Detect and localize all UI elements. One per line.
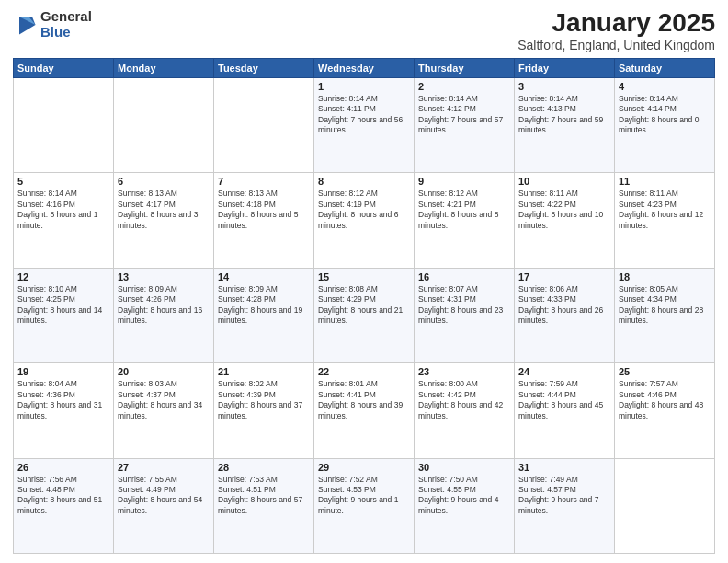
day-number: 1	[318, 81, 410, 92]
weekday-header-row: SundayMondayTuesdayWednesdayThursdayFrid…	[14, 58, 715, 77]
day-number: 22	[318, 366, 410, 377]
day-info: Sunrise: 7:49 AM Sunset: 4:57 PM Dayligh…	[518, 475, 610, 517]
day-cell: 8Sunrise: 8:12 AM Sunset: 4:19 PM Daylig…	[314, 173, 415, 268]
day-info: Sunrise: 8:14 AM Sunset: 4:12 PM Dayligh…	[418, 94, 510, 136]
calendar-body: 1Sunrise: 8:14 AM Sunset: 4:11 PM Daylig…	[14, 77, 715, 553]
day-number: 7	[218, 176, 310, 187]
day-cell: 17Sunrise: 8:06 AM Sunset: 4:33 PM Dayli…	[515, 268, 615, 362]
calendar-table: SundayMondayTuesdayWednesdayThursdayFrid…	[13, 58, 715, 554]
day-number: 3	[518, 81, 610, 92]
header: General Blue January 2025 Saltford, Engl…	[13, 9, 715, 52]
day-number: 11	[619, 176, 711, 187]
day-number: 5	[17, 176, 109, 187]
day-info: Sunrise: 8:14 AM Sunset: 4:14 PM Dayligh…	[619, 94, 711, 136]
day-info: Sunrise: 7:52 AM Sunset: 4:53 PM Dayligh…	[318, 475, 410, 517]
logo: General Blue	[13, 9, 92, 40]
logo-icon	[13, 12, 39, 38]
day-number: 25	[619, 366, 711, 377]
day-cell: 14Sunrise: 8:09 AM Sunset: 4:28 PM Dayli…	[214, 268, 314, 362]
day-info: Sunrise: 8:00 AM Sunset: 4:42 PM Dayligh…	[418, 379, 510, 421]
logo-general-text: General	[40, 9, 92, 25]
day-info: Sunrise: 8:09 AM Sunset: 4:26 PM Dayligh…	[118, 284, 210, 327]
day-number: 2	[418, 81, 510, 92]
weekday-header-friday: Friday	[515, 58, 615, 77]
day-number: 4	[619, 81, 711, 92]
day-cell: 11Sunrise: 8:11 AM Sunset: 4:23 PM Dayli…	[615, 173, 715, 268]
day-info: Sunrise: 8:01 AM Sunset: 4:41 PM Dayligh…	[318, 379, 410, 421]
day-number: 30	[418, 462, 510, 473]
day-cell: 19Sunrise: 8:04 AM Sunset: 4:36 PM Dayli…	[14, 363, 114, 458]
week-row-3: 12Sunrise: 8:10 AM Sunset: 4:25 PM Dayli…	[14, 268, 715, 362]
day-info: Sunrise: 7:55 AM Sunset: 4:49 PM Dayligh…	[118, 475, 210, 517]
day-cell: 26Sunrise: 7:56 AM Sunset: 4:48 PM Dayli…	[14, 458, 114, 553]
day-cell: 6Sunrise: 8:13 AM Sunset: 4:17 PM Daylig…	[114, 173, 214, 268]
day-cell: 4Sunrise: 8:14 AM Sunset: 4:14 PM Daylig…	[615, 77, 715, 172]
logo-blue-text: Blue	[40, 25, 92, 40]
day-cell: 3Sunrise: 8:14 AM Sunset: 4:13 PM Daylig…	[515, 77, 615, 172]
day-number: 19	[17, 366, 109, 377]
day-info: Sunrise: 8:06 AM Sunset: 4:33 PM Dayligh…	[518, 284, 610, 327]
day-info: Sunrise: 8:09 AM Sunset: 4:28 PM Dayligh…	[218, 284, 310, 327]
day-number: 23	[418, 366, 510, 377]
day-cell: 15Sunrise: 8:08 AM Sunset: 4:29 PM Dayli…	[314, 268, 415, 362]
day-info: Sunrise: 7:59 AM Sunset: 4:44 PM Dayligh…	[518, 379, 610, 421]
day-number: 6	[118, 176, 210, 187]
day-info: Sunrise: 8:05 AM Sunset: 4:34 PM Dayligh…	[619, 284, 711, 327]
day-cell: 18Sunrise: 8:05 AM Sunset: 4:34 PM Dayli…	[615, 268, 715, 362]
day-cell	[615, 458, 715, 553]
day-info: Sunrise: 8:14 AM Sunset: 4:13 PM Dayligh…	[518, 94, 610, 136]
day-number: 17	[518, 271, 610, 282]
day-cell: 5Sunrise: 8:14 AM Sunset: 4:16 PM Daylig…	[14, 173, 114, 268]
day-info: Sunrise: 7:53 AM Sunset: 4:51 PM Dayligh…	[218, 475, 310, 517]
day-cell: 31Sunrise: 7:49 AM Sunset: 4:57 PM Dayli…	[515, 458, 615, 553]
day-info: Sunrise: 8:02 AM Sunset: 4:39 PM Dayligh…	[218, 379, 310, 421]
title-block: January 2025 Saltford, England, United K…	[518, 9, 715, 52]
weekday-header-wednesday: Wednesday	[314, 58, 415, 77]
location: Saltford, England, United Kingdom	[518, 38, 715, 52]
day-cell: 22Sunrise: 8:01 AM Sunset: 4:41 PM Dayli…	[314, 363, 415, 458]
day-info: Sunrise: 8:12 AM Sunset: 4:21 PM Dayligh…	[418, 189, 510, 231]
day-cell: 27Sunrise: 7:55 AM Sunset: 4:49 PM Dayli…	[114, 458, 214, 553]
day-info: Sunrise: 8:11 AM Sunset: 4:22 PM Dayligh…	[518, 189, 610, 231]
day-cell	[114, 77, 214, 172]
day-number: 9	[418, 176, 510, 187]
day-cell: 23Sunrise: 8:00 AM Sunset: 4:42 PM Dayli…	[415, 363, 515, 458]
day-info: Sunrise: 7:56 AM Sunset: 4:48 PM Dayligh…	[17, 475, 109, 517]
week-row-5: 26Sunrise: 7:56 AM Sunset: 4:48 PM Dayli…	[14, 458, 715, 553]
day-cell: 1Sunrise: 8:14 AM Sunset: 4:11 PM Daylig…	[314, 77, 415, 172]
month-title: January 2025	[518, 9, 715, 38]
logo-text: General Blue	[40, 9, 92, 40]
day-info: Sunrise: 8:10 AM Sunset: 4:25 PM Dayligh…	[17, 284, 109, 327]
day-cell: 20Sunrise: 8:03 AM Sunset: 4:37 PM Dayli…	[114, 363, 214, 458]
day-info: Sunrise: 8:08 AM Sunset: 4:29 PM Dayligh…	[318, 284, 410, 327]
day-cell: 24Sunrise: 7:59 AM Sunset: 4:44 PM Dayli…	[515, 363, 615, 458]
day-cell: 13Sunrise: 8:09 AM Sunset: 4:26 PM Dayli…	[114, 268, 214, 362]
day-number: 21	[218, 366, 310, 377]
day-info: Sunrise: 8:13 AM Sunset: 4:17 PM Dayligh…	[118, 189, 210, 231]
day-info: Sunrise: 8:11 AM Sunset: 4:23 PM Dayligh…	[619, 189, 711, 231]
day-cell: 28Sunrise: 7:53 AM Sunset: 4:51 PM Dayli…	[214, 458, 314, 553]
day-info: Sunrise: 7:57 AM Sunset: 4:46 PM Dayligh…	[619, 379, 711, 421]
day-info: Sunrise: 8:03 AM Sunset: 4:37 PM Dayligh…	[118, 379, 210, 421]
week-row-2: 5Sunrise: 8:14 AM Sunset: 4:16 PM Daylig…	[14, 173, 715, 268]
day-number: 18	[619, 271, 711, 282]
day-number: 20	[118, 366, 210, 377]
weekday-header-tuesday: Tuesday	[214, 58, 314, 77]
day-info: Sunrise: 8:04 AM Sunset: 4:36 PM Dayligh…	[17, 379, 109, 421]
calendar-header: SundayMondayTuesdayWednesdayThursdayFrid…	[14, 58, 715, 77]
day-number: 28	[218, 462, 310, 473]
day-cell: 30Sunrise: 7:50 AM Sunset: 4:55 PM Dayli…	[415, 458, 515, 553]
day-info: Sunrise: 8:13 AM Sunset: 4:18 PM Dayligh…	[218, 189, 310, 231]
day-info: Sunrise: 8:14 AM Sunset: 4:16 PM Dayligh…	[17, 189, 109, 231]
day-number: 31	[518, 462, 610, 473]
day-number: 13	[118, 271, 210, 282]
day-info: Sunrise: 8:14 AM Sunset: 4:11 PM Dayligh…	[318, 94, 410, 136]
day-number: 15	[318, 271, 410, 282]
day-number: 26	[17, 462, 109, 473]
day-cell: 12Sunrise: 8:10 AM Sunset: 4:25 PM Dayli…	[14, 268, 114, 362]
day-cell: 9Sunrise: 8:12 AM Sunset: 4:21 PM Daylig…	[415, 173, 515, 268]
page: General Blue January 2025 Saltford, Engl…	[0, 0, 728, 563]
day-info: Sunrise: 8:07 AM Sunset: 4:31 PM Dayligh…	[418, 284, 510, 327]
day-cell: 21Sunrise: 8:02 AM Sunset: 4:39 PM Dayli…	[214, 363, 314, 458]
day-cell: 7Sunrise: 8:13 AM Sunset: 4:18 PM Daylig…	[214, 173, 314, 268]
